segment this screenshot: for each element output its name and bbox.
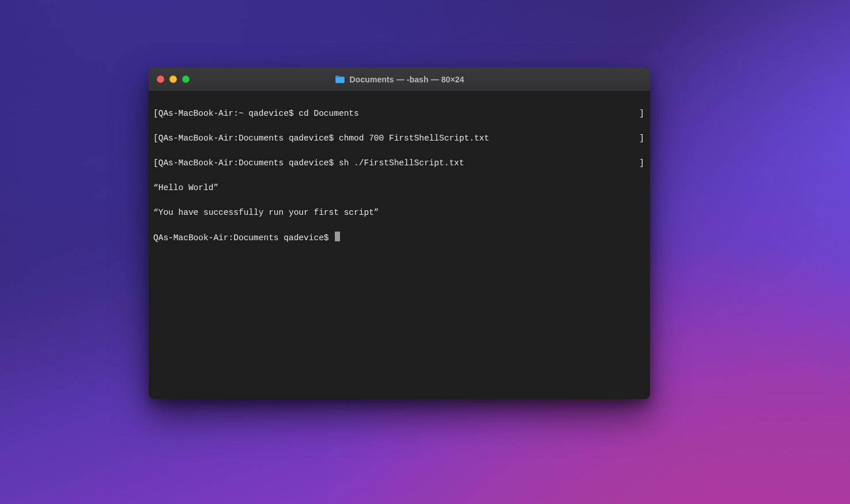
terminal-line: QAs-MacBook-Air:Documents qadevice$ chmo… [153,132,645,145]
terminal-line: QAs-MacBook-Air:~ qadevice$ cd Documents [153,108,645,120]
terminal-window[interactable]: Documents — -bash — 80×24 QAs-MacBook-Ai… [149,67,650,399]
folder-icon [335,75,345,84]
terminal-line: “You have successfully run your first sc… [153,207,645,219]
zoom-button[interactable] [182,75,190,83]
terminal-line: QAs-MacBook-Air:Documents qadevice$ sh .… [153,157,645,170]
close-button[interactable] [157,75,164,83]
terminal-prompt: QAs-MacBook-Air:Documents qadevice$ [153,233,334,242]
terminal-prompt-line: QAs-MacBook-Air:Documents qadevice$ [153,232,645,245]
traffic-light-group [157,75,190,83]
window-titlebar[interactable]: Documents — -bash — 80×24 [149,67,650,92]
window-title-text: Documents — -bash — 80×24 [350,75,464,84]
terminal-line: “Hello World” [153,182,645,195]
terminal-content[interactable]: QAs-MacBook-Air:~ qadevice$ cd Documents… [149,92,650,399]
window-title: Documents — -bash — 80×24 [149,75,650,84]
minimize-button[interactable] [169,75,177,83]
cursor-icon [335,232,340,241]
